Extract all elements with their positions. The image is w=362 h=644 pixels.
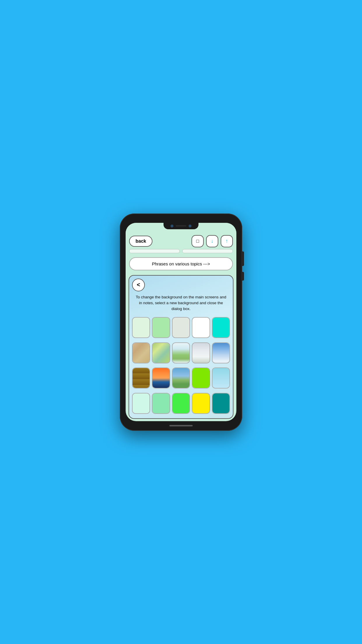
toolbar: back □ ↓ ↑	[126, 233, 236, 249]
speaker	[176, 225, 186, 227]
phrases-button[interactable]: Phrases on various topics --->	[129, 257, 233, 270]
divider-left	[129, 249, 180, 253]
bg-thumb-14[interactable]	[192, 368, 210, 388]
bg-thumb-2[interactable]	[152, 317, 170, 338]
bg-thumb-3[interactable]	[172, 317, 190, 338]
bg-thumb-9[interactable]	[192, 342, 210, 363]
bg-thumb-5[interactable]	[212, 317, 230, 338]
bg-thumb-18[interactable]	[172, 393, 190, 414]
bg-thumb-1[interactable]	[132, 317, 150, 338]
bg-thumb-17[interactable]	[152, 393, 170, 414]
bg-thumb-15[interactable]	[212, 368, 230, 388]
divider-row	[126, 249, 236, 255]
square-icon-button[interactable]: □	[191, 235, 204, 247]
bg-thumb-11[interactable]	[132, 368, 150, 388]
dialog-instruction: To change the background on the main scr…	[129, 291, 233, 316]
notch-area	[126, 223, 236, 233]
phone-screen: back □ ↓ ↑ Phrases on various topics ---…	[126, 223, 236, 421]
divider-right	[182, 249, 233, 253]
bg-thumb-12[interactable]	[152, 368, 170, 388]
square-icon: □	[196, 239, 199, 244]
back-button[interactable]: back	[129, 236, 152, 247]
phrases-button-row: Phrases on various topics --->	[126, 255, 236, 273]
bg-thumb-16[interactable]	[132, 393, 150, 414]
bg-thumb-19[interactable]	[192, 393, 210, 414]
dialog-top: <	[129, 276, 233, 291]
phone-bottom	[169, 422, 193, 429]
notch	[164, 223, 198, 229]
background-dialog: < To change the background on the main s…	[129, 275, 233, 419]
bg-thumb-4[interactable]	[192, 317, 210, 338]
bg-thumb-6[interactable]	[132, 342, 150, 363]
dialog-back-button[interactable]: <	[132, 279, 145, 291]
scroll-up-button[interactable]: ↑	[221, 235, 233, 247]
arrow-down-icon: ↓	[211, 238, 214, 244]
bg-thumb-13[interactable]	[172, 368, 190, 388]
arrow-up-icon: ↑	[226, 238, 228, 244]
power-button	[242, 272, 244, 281]
home-indicator	[169, 425, 193, 426]
front-camera	[171, 225, 173, 228]
background-grid	[129, 315, 233, 418]
bg-thumb-8[interactable]	[172, 342, 190, 363]
scroll-down-button[interactable]: ↓	[206, 235, 218, 247]
front-sensor	[189, 225, 191, 228]
volume-button	[242, 251, 244, 266]
bg-thumb-20[interactable]	[212, 393, 230, 414]
bg-thumb-10[interactable]	[212, 342, 230, 363]
bg-thumb-7[interactable]	[152, 342, 170, 363]
phone-frame: back □ ↓ ↑ Phrases on various topics ---…	[120, 214, 242, 431]
